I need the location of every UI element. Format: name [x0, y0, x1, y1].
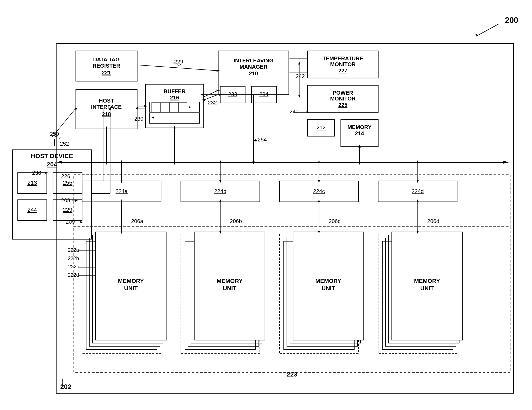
host-device-label: HOST DEVICE	[31, 153, 73, 159]
svg-marker-24	[144, 105, 148, 107]
svg-marker-68	[173, 162, 176, 165]
svg-line-0	[476, 24, 499, 36]
memory-214-label: MEMORY	[347, 124, 371, 130]
buffer-arrow-right	[189, 106, 191, 108]
interleaving-label1: INTERLEAVING	[234, 58, 274, 64]
temp-label1: TEMPERATURE	[323, 55, 363, 62]
label-226: 226	[61, 173, 70, 179]
label-222b: 222b	[68, 255, 79, 261]
buffer-cell3	[170, 102, 178, 112]
label-224b: 224b	[214, 188, 226, 194]
label-222d: 222d	[68, 272, 79, 278]
svg-marker-63	[318, 199, 320, 202]
label-229: 229	[63, 206, 73, 213]
memory-214-ref: 214	[355, 130, 364, 137]
data-tag-label2: REGISTER	[93, 63, 120, 69]
svg-marker-31	[202, 99, 205, 101]
memory-unit-label-c1: MEMORY	[315, 278, 342, 284]
buffer-arrow-left	[152, 117, 154, 118]
label-222c: 222c	[68, 264, 79, 269]
interleaving-label2: MANAGER	[240, 64, 268, 70]
svg-marker-48	[219, 160, 221, 163]
label-232: 232	[208, 99, 217, 106]
svg-line-28	[204, 90, 218, 97]
label-254: 254	[258, 137, 267, 143]
buffer-cells-bottom	[150, 113, 200, 123]
label-229-arrow: 229	[174, 59, 183, 65]
interleaving-ref: 210	[249, 70, 258, 77]
svg-marker-72	[105, 126, 107, 129]
svg-marker-47	[219, 180, 221, 183]
svg-marker-74	[359, 162, 361, 165]
squiggle-250: ↔	[54, 131, 59, 136]
label-224d: 224d	[412, 188, 424, 194]
label-209: 209	[66, 219, 75, 225]
buffer-cell2	[161, 102, 169, 112]
memory-unit-label-b1: MEMORY	[217, 278, 243, 284]
svg-line-30	[204, 95, 218, 100]
svg-marker-66	[417, 199, 419, 202]
memory-unit-label-b2: UNIT	[223, 285, 236, 292]
temp-label2: MONITOR	[330, 61, 356, 67]
svg-marker-53	[417, 180, 419, 183]
memory-unit-label-d2: UNIT	[420, 285, 434, 292]
svg-marker-50	[318, 180, 320, 183]
svg-marker-44	[121, 180, 123, 183]
bus-arrow-right	[503, 161, 509, 164]
buffer-cell1	[152, 102, 160, 112]
label-206a: 206a	[131, 218, 143, 224]
label-213: 213	[28, 179, 37, 186]
label-206c: 206c	[329, 218, 340, 224]
power-ref: 225	[338, 102, 347, 108]
label-224c: 224c	[313, 188, 325, 194]
label-244: 244	[28, 206, 37, 213]
data-tag-ref: 221	[102, 69, 111, 76]
label-234: 234	[259, 91, 268, 97]
label-223: 223	[287, 371, 297, 378]
data-tag-label1: DATA TAG	[93, 56, 120, 63]
svg-marker-38	[306, 111, 310, 113]
svg-marker-36	[298, 95, 300, 98]
svg-marker-5	[75, 200, 78, 202]
buffer-cell4	[179, 102, 187, 112]
diagram: 200 202 HOST DEVICE 204 213 255 244 229 …	[0, 0, 532, 410]
svg-marker-45	[121, 160, 123, 163]
svg-marker-71	[105, 162, 107, 165]
squiggle-252: ↔	[64, 139, 69, 145]
temp-ref: 227	[338, 67, 347, 74]
label-240: 240	[289, 108, 298, 115]
host-interface-label2: INTERFACE	[91, 104, 122, 110]
host-interface-ref: 218	[102, 111, 111, 117]
label-238: 238	[228, 91, 237, 97]
power-label1: POWER	[333, 90, 353, 96]
label-242: 242	[296, 73, 305, 79]
host-device-ref: 204	[47, 161, 57, 168]
label-206d: 206d	[427, 218, 439, 224]
label-206b: 206b	[230, 218, 242, 224]
svg-marker-69	[173, 126, 176, 129]
svg-marker-51	[318, 160, 320, 163]
label-236: 236	[32, 170, 41, 176]
label-230: 230	[134, 116, 143, 122]
memory-unit-label-d1: MEMORY	[414, 278, 440, 284]
power-label2: MONITOR	[330, 96, 356, 102]
svg-marker-80	[200, 94, 203, 96]
host-interface-label1: HOST	[99, 98, 114, 104]
label-208: 208	[61, 197, 70, 204]
svg-marker-60	[219, 199, 221, 202]
svg-marker-57	[121, 199, 123, 202]
label-222a: 222a	[68, 247, 79, 253]
label-202: 202	[60, 383, 71, 390]
memory-unit-label-c2: UNIT	[322, 285, 335, 292]
svg-marker-54	[417, 160, 419, 163]
label-212: 212	[316, 124, 325, 131]
buffer-label: BUFFER	[163, 88, 186, 94]
svg-marker-40	[253, 161, 255, 164]
label-255: 255	[63, 179, 73, 186]
buffer-ref: 216	[170, 94, 179, 101]
memory-unit-label-a1: MEMORY	[118, 278, 144, 284]
memory-unit-label-a2: UNIT	[124, 285, 138, 292]
label-224a: 224a	[115, 188, 128, 194]
svg-marker-75	[359, 145, 361, 148]
svg-marker-27	[135, 107, 138, 109]
